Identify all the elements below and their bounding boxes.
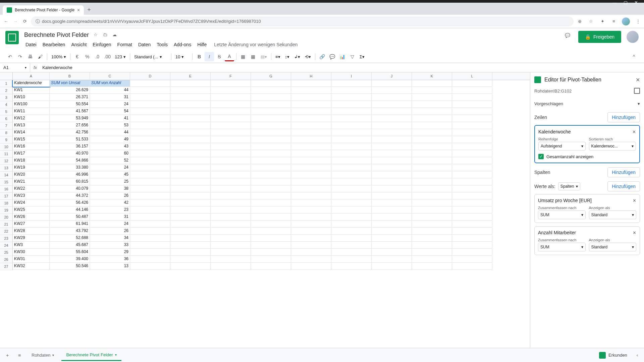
cell[interactable]: 27.656 bbox=[50, 122, 90, 129]
cell[interactable] bbox=[452, 115, 492, 122]
v-align-icon[interactable]: ↕▾ bbox=[283, 53, 292, 61]
cell[interactable]: KW30 bbox=[13, 249, 50, 256]
row-header[interactable]: 5 bbox=[0, 108, 13, 115]
row-header[interactable]: 9 bbox=[0, 136, 13, 143]
cell[interactable] bbox=[291, 249, 331, 256]
cell[interactable] bbox=[251, 143, 291, 150]
cell[interactable] bbox=[130, 150, 170, 157]
cell[interactable] bbox=[291, 256, 331, 263]
cell[interactable] bbox=[412, 101, 452, 108]
cell[interactable]: KW22 bbox=[13, 186, 50, 192]
cell[interactable]: SUM von Anzahl bbox=[90, 80, 130, 87]
cell[interactable] bbox=[130, 263, 170, 270]
cell[interactable] bbox=[372, 221, 412, 228]
cell[interactable] bbox=[251, 242, 291, 249]
last-edit-text[interactable]: Letzte Änderung vor wenigen Sekunden bbox=[214, 41, 298, 49]
increase-decimal-icon[interactable]: .00 bbox=[103, 52, 112, 61]
cell[interactable]: KW20 bbox=[13, 172, 50, 178]
font-select[interactable]: Standard (... ▾ bbox=[132, 53, 169, 61]
new-tab-button[interactable]: + bbox=[84, 5, 94, 15]
cell[interactable] bbox=[452, 193, 492, 199]
cell[interactable] bbox=[130, 221, 170, 228]
row-header[interactable]: 17 bbox=[0, 193, 13, 200]
row-header[interactable]: 21 bbox=[0, 221, 13, 228]
cell[interactable]: 49 bbox=[90, 136, 130, 143]
cell[interactable] bbox=[452, 129, 492, 136]
cell[interactable] bbox=[130, 179, 170, 185]
row-header[interactable]: 22 bbox=[0, 228, 13, 235]
cell[interactable]: KW12 bbox=[13, 115, 50, 122]
col-header-K[interactable]: K bbox=[412, 72, 452, 80]
cell[interactable] bbox=[331, 122, 372, 129]
cell[interactable] bbox=[452, 158, 492, 164]
cell[interactable] bbox=[331, 235, 372, 242]
name-box[interactable]: A1▾ bbox=[0, 63, 30, 72]
cell[interactable] bbox=[372, 235, 412, 242]
cell[interactable] bbox=[452, 179, 492, 185]
undo-icon[interactable]: ↶ bbox=[5, 52, 15, 61]
cell[interactable] bbox=[331, 165, 372, 171]
cell[interactable]: KW1 bbox=[13, 87, 50, 94]
row-header[interactable]: 10 bbox=[0, 143, 13, 150]
cell[interactable] bbox=[372, 228, 412, 235]
cell[interactable] bbox=[291, 235, 331, 242]
cell[interactable] bbox=[130, 108, 170, 115]
cell[interactable] bbox=[170, 136, 211, 143]
cell[interactable]: KW26 bbox=[13, 214, 50, 221]
move-folder-icon[interactable]: 🗀 bbox=[103, 32, 109, 38]
cell[interactable]: KW32 bbox=[13, 263, 50, 270]
cell[interactable]: 34 bbox=[90, 235, 130, 242]
cell[interactable] bbox=[372, 115, 412, 122]
percent-icon[interactable]: % bbox=[83, 52, 92, 61]
cell[interactable] bbox=[452, 263, 492, 270]
cell[interactable] bbox=[130, 214, 170, 221]
cell[interactable]: 52 bbox=[90, 158, 130, 164]
rotate-icon[interactable]: ⟲▾ bbox=[303, 53, 313, 61]
cell[interactable]: 41 bbox=[90, 115, 130, 122]
cell[interactable] bbox=[211, 158, 251, 164]
cell[interactable] bbox=[331, 179, 372, 185]
cell[interactable] bbox=[170, 235, 211, 242]
cell[interactable] bbox=[452, 108, 492, 115]
cell[interactable] bbox=[412, 242, 452, 249]
sheet-tab-rohdaten[interactable]: Rohdaten▾ bbox=[27, 350, 59, 360]
cell[interactable]: Kalenderwoche bbox=[13, 80, 50, 87]
back-icon[interactable]: ← bbox=[3, 18, 9, 25]
row-header[interactable]: 3 bbox=[0, 94, 13, 101]
cell[interactable]: KW16 bbox=[13, 143, 50, 150]
cell[interactable] bbox=[170, 256, 211, 263]
cell[interactable]: 61.941 bbox=[50, 221, 90, 228]
cell[interactable] bbox=[412, 165, 452, 171]
cell[interactable] bbox=[211, 263, 251, 270]
cell[interactable] bbox=[452, 214, 492, 221]
close-panel-icon[interactable]: ✕ bbox=[636, 77, 640, 83]
cell[interactable]: 33 bbox=[90, 242, 130, 249]
cell[interactable] bbox=[211, 129, 251, 136]
explore-button[interactable]: Erkunden bbox=[596, 350, 631, 361]
cell[interactable] bbox=[331, 172, 372, 178]
cell[interactable]: 53.949 bbox=[50, 115, 90, 122]
cell[interactable] bbox=[251, 87, 291, 94]
cell[interactable] bbox=[211, 186, 251, 192]
cell[interactable] bbox=[412, 193, 452, 199]
link-icon[interactable]: 🔗 bbox=[317, 52, 327, 61]
cell[interactable] bbox=[291, 200, 331, 206]
cell[interactable] bbox=[372, 214, 412, 221]
cell[interactable] bbox=[372, 186, 412, 192]
menu-insert[interactable]: Einfügen bbox=[90, 41, 114, 49]
cell[interactable]: KW17 bbox=[13, 150, 50, 157]
sheet-tab-pivot[interactable]: Berechnete Pivot Felder▾ bbox=[61, 350, 121, 361]
cell[interactable] bbox=[412, 158, 452, 164]
cell[interactable]: KW27 bbox=[13, 221, 50, 228]
cloud-status-icon[interactable]: ☁ bbox=[112, 32, 118, 38]
menu-tools[interactable]: Tools bbox=[154, 41, 170, 49]
cell[interactable] bbox=[251, 207, 291, 214]
menu-format[interactable]: Format bbox=[115, 41, 135, 49]
cell[interactable] bbox=[331, 242, 372, 249]
cell[interactable] bbox=[291, 115, 331, 122]
summarize2-select[interactable]: SUM▾ bbox=[538, 243, 586, 251]
cell[interactable] bbox=[130, 101, 170, 108]
cell[interactable] bbox=[412, 235, 452, 242]
cell[interactable]: 24 bbox=[90, 165, 130, 171]
col-header-D[interactable]: D bbox=[130, 72, 170, 80]
